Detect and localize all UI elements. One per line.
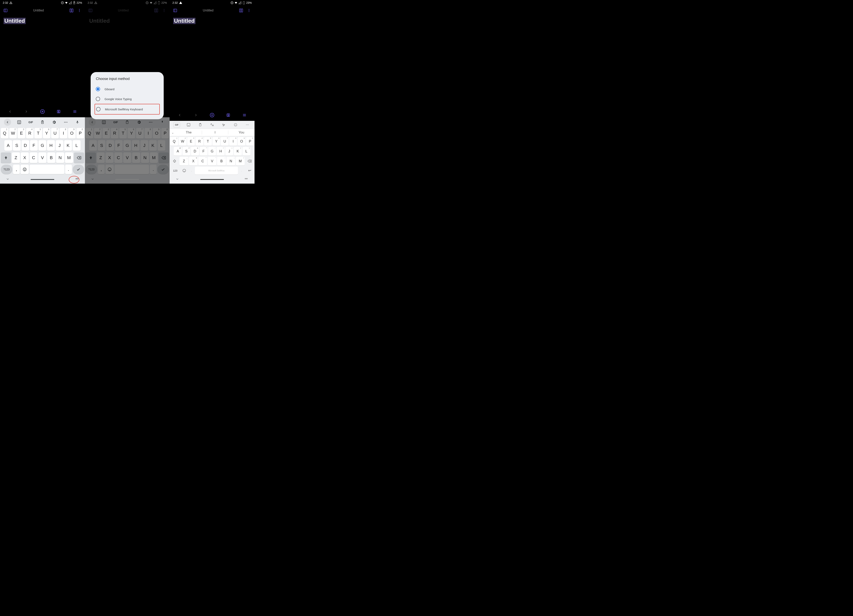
add-button[interactable] (39, 108, 46, 115)
sk-space-key[interactable]: Microsoft SwiftKey (195, 167, 238, 174)
more-icon[interactable] (76, 7, 82, 14)
sidebar-icon[interactable] (172, 7, 178, 14)
sticker-icon[interactable] (15, 119, 23, 126)
sk-key-v[interactable]: V' (208, 157, 217, 165)
sk-key-u[interactable]: U7 (221, 137, 229, 146)
sk-key-k[interactable]: K( (234, 147, 242, 156)
radio-option-1[interactable]: Google Voice Typing (94, 94, 160, 104)
sk-check-icon[interactable] (220, 122, 227, 127)
suggestion-1[interactable]: The (176, 130, 202, 135)
sk-key-y[interactable]: Y6 (212, 137, 220, 146)
key-n[interactable]: N (56, 152, 64, 163)
key-q[interactable]: Q1 (1, 128, 9, 139)
expand-icon[interactable]: ⌄ (170, 131, 176, 135)
nav-handle[interactable] (30, 179, 54, 180)
sk-key-n[interactable]: N; (226, 157, 235, 165)
sk-key-s[interactable]: S# (182, 147, 190, 156)
gb-back-icon[interactable] (4, 119, 11, 126)
keyboard-switch-icon[interactable] (75, 177, 79, 182)
sidebar-icon[interactable] (2, 7, 9, 14)
space-key[interactable] (30, 165, 64, 174)
key-t[interactable]: T5 (34, 128, 42, 139)
numbers-key[interactable]: ?123 (1, 165, 12, 174)
key-j[interactable]: J (56, 140, 64, 151)
key-e[interactable]: E3 (18, 128, 25, 139)
sk-enter-key[interactable] (245, 167, 254, 174)
forward-button[interactable] (23, 108, 29, 115)
book-icon[interactable] (68, 7, 74, 14)
radio-option-2[interactable]: Microsoft SwiftKey Keyboard (94, 104, 160, 114)
keyboard-switch-icon[interactable] (244, 177, 248, 182)
sk-key-h[interactable]: H+ (217, 147, 225, 156)
key-o[interactable]: O9 (68, 128, 76, 139)
key-p[interactable]: P0 (76, 128, 84, 139)
key-c[interactable]: C (30, 152, 38, 163)
key-a[interactable]: A (5, 140, 12, 151)
sk-comma-key[interactable]: , (188, 167, 194, 174)
key-v[interactable]: V (38, 152, 46, 163)
key-f[interactable]: F (30, 140, 38, 151)
suggestion-3[interactable]: You (228, 130, 255, 135)
sk-key-e[interactable]: E3 (187, 137, 195, 146)
sk-more-icon[interactable] (244, 122, 251, 127)
collapse-icon[interactable] (6, 177, 9, 182)
sk-key-z[interactable]: Z_ (179, 157, 188, 165)
suggestion-2[interactable]: I (202, 130, 228, 135)
gif-button[interactable]: GIF (27, 119, 34, 126)
shift-key[interactable] (1, 152, 11, 163)
key-i[interactable]: I8 (60, 128, 67, 139)
key-x[interactable]: X (21, 152, 29, 163)
sk-emoji-key[interactable] (181, 167, 188, 174)
sk-key-i[interactable]: I8 (229, 137, 237, 146)
key-z[interactable]: Z (12, 152, 20, 163)
sk-sticker-icon[interactable] (185, 122, 192, 127)
sk-key-m[interactable]: M/ (236, 157, 244, 165)
sk-key-w[interactable]: W2 (179, 137, 187, 146)
sk-key-c[interactable]: C" (198, 157, 207, 165)
key-h[interactable]: H (47, 140, 55, 151)
mic-icon[interactable] (74, 119, 81, 126)
radio-option-0[interactable]: Gboard (94, 84, 160, 94)
sk-key-g[interactable]: G- (208, 147, 216, 156)
more-horizontal-icon[interactable] (62, 119, 69, 126)
document-title[interactable]: Untitled (173, 18, 195, 24)
key-k[interactable]: K (64, 140, 72, 151)
add-button[interactable] (209, 112, 215, 118)
content-area[interactable]: Untitled (170, 15, 255, 109)
sk-key-b[interactable]: B: (217, 157, 226, 165)
key-d[interactable]: D (21, 140, 29, 151)
period-key[interactable]: . (65, 165, 72, 174)
sk-numbers-key[interactable]: 123 (170, 167, 180, 174)
key-b[interactable]: B (47, 152, 55, 163)
enter-key[interactable] (73, 165, 84, 174)
key-w[interactable]: W2 (9, 128, 17, 139)
back-button[interactable] (176, 112, 183, 118)
sk-key-p[interactable]: P0 (246, 137, 254, 146)
sk-clipboard-icon[interactable] (197, 122, 203, 127)
sk-key-r[interactable]: R4 (196, 137, 203, 146)
sk-period-key[interactable]: . (239, 167, 244, 174)
sk-key-a[interactable]: A@ (174, 147, 182, 156)
backspace-key[interactable] (74, 152, 84, 163)
sk-shift-key[interactable] (170, 157, 179, 165)
sk-key-t[interactable]: T5 (204, 137, 212, 146)
emoji-key[interactable] (21, 165, 29, 174)
key-g[interactable]: G (38, 140, 46, 151)
key-r[interactable]: R4 (26, 128, 34, 139)
settings-icon[interactable] (50, 119, 58, 126)
modal-overlay[interactable]: Choose input method GboardGoogle Voice T… (85, 0, 170, 184)
comma-key[interactable]: , (13, 165, 20, 174)
forward-button[interactable] (193, 112, 199, 118)
sk-key-l[interactable]: L) (243, 147, 250, 156)
clipboard-icon[interactable] (39, 119, 46, 126)
key-u[interactable]: U7 (51, 128, 59, 139)
key-m[interactable]: M (65, 152, 73, 163)
book-icon[interactable] (238, 7, 244, 14)
key-l[interactable]: L (73, 140, 80, 151)
sk-key-d[interactable]: D& (191, 147, 199, 156)
sk-key-x[interactable]: X$ (189, 157, 198, 165)
page-indicator[interactable]: 1 (56, 108, 62, 115)
collapse-icon[interactable] (176, 177, 179, 182)
key-s[interactable]: S (13, 140, 21, 151)
sk-key-o[interactable]: O9 (238, 137, 246, 146)
